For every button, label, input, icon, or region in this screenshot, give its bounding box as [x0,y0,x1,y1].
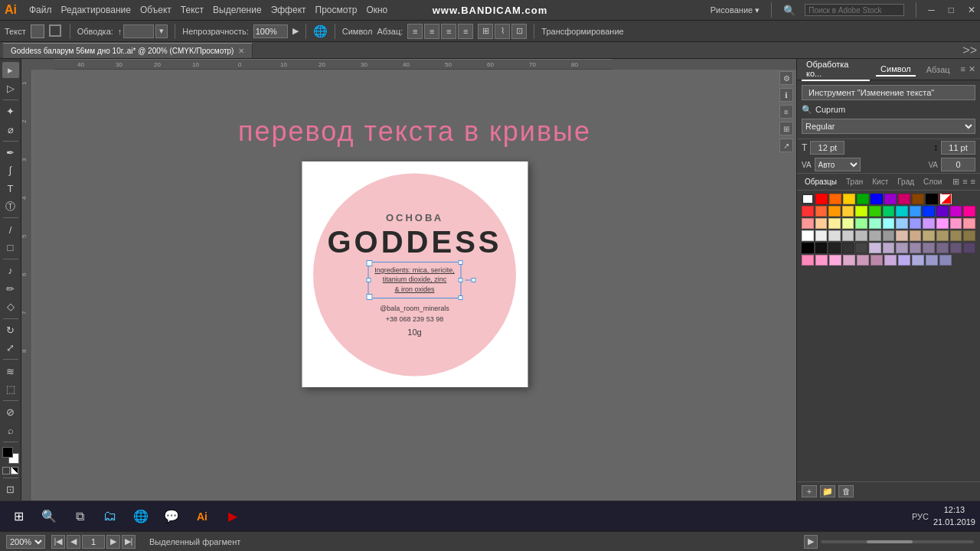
layers-icon[interactable]: ≡ [779,105,793,119]
ingredients-box[interactable]: Ingredients: mica, sericite, titanium di… [368,262,462,298]
swatch-l11[interactable] [936,218,949,229]
swatch-l12[interactable] [950,218,962,229]
swatch-pink[interactable] [898,194,910,204]
font-style-select[interactable]: Regular [802,119,975,134]
pen-tool[interactable]: ✒ [2,145,19,161]
stroke-color-btn[interactable] [49,24,63,38]
swatch-d7[interactable] [883,243,895,253]
direct-selection-tool[interactable]: ▷ [2,80,19,96]
menu-view[interactable]: Просмотр [315,5,358,15]
text-warp[interactable]: ⌇ [495,24,510,39]
swatch-b8[interactable] [896,206,908,217]
panel-tab-obrabotka[interactable]: Обработка ко... [802,58,870,81]
next-page-btn[interactable]: ▶ [106,535,120,549]
document-tab[interactable]: Goddess баларум 56мм дно 10г..ai* @ 200%… [3,43,253,58]
swatch-l5[interactable] [855,218,867,229]
panel-collapse-btn[interactable]: >> [962,44,977,57]
handle-mr[interactable] [459,278,463,282]
color-mode-color[interactable] [2,467,10,474]
taskbar-media[interactable]: ▶ [219,504,247,529]
magic-wand-tool[interactable]: ✦ [2,103,19,119]
zoom-tool[interactable]: ⌕ [2,422,19,439]
settings-icon[interactable]: ⚙ [779,71,793,85]
swatch-p2[interactable] [815,255,828,266]
swatch-p5[interactable] [857,255,869,266]
swatch-b9[interactable] [910,206,922,217]
taskbar-explorer[interactable]: 🗂 [96,504,124,529]
handle-ext-dot[interactable] [472,278,476,282]
swatch-g12[interactable] [950,230,962,241]
swatch-g1[interactable] [802,230,814,241]
stroke-input[interactable] [123,24,154,38]
info-icon[interactable]: ℹ [779,88,793,102]
swatch-g7[interactable] [883,230,895,241]
menu-effect[interactable]: Эффект [271,5,306,15]
swatch-l10[interactable] [923,218,935,229]
leading-input[interactable] [941,141,975,155]
swatch-b11[interactable] [936,206,949,217]
font-size-input[interactable] [810,141,844,155]
prev-page-btn[interactable]: ◀ [67,535,80,549]
swatch-p4[interactable] [843,255,855,266]
graph-tool[interactable]: ⬚ [2,381,19,397]
swatch-l8[interactable] [896,218,908,229]
swatch-b3[interactable] [828,206,841,217]
swatch-d3[interactable] [828,243,841,253]
samples-tab-tran[interactable]: Тран [843,177,866,187]
panel-delete-btn[interactable]: 🗑 [838,485,854,497]
align-justify[interactable]: ≡ [458,24,473,39]
handle-ml[interactable] [366,278,371,282]
menu-object[interactable]: Объект [140,5,172,15]
swatch-d5[interactable] [855,243,867,253]
swatch-b13[interactable] [963,206,975,217]
opacity-input[interactable]: 100% [253,24,288,38]
selection-tool[interactable]: ▸ [2,62,19,78]
menu-select[interactable]: Выделение [213,5,262,15]
swatch-d12[interactable] [950,243,962,253]
next-page-end-btn[interactable]: ▶| [122,535,136,549]
fill-box[interactable] [2,447,13,458]
swatch-brown[interactable] [912,194,924,204]
task-view-btn[interactable]: ⧉ [66,504,93,529]
panel-close-icon[interactable]: ✕ [969,64,975,74]
samples-list-view[interactable]: ≡ [962,177,967,187]
swatch-p11[interactable] [939,255,952,266]
swatch-g11[interactable] [936,230,949,241]
menu-file[interactable]: Файл [29,5,52,15]
swatch-g9[interactable] [910,230,922,241]
curvature-tool[interactable]: ∫ [2,162,19,178]
rotate-tool[interactable]: ↻ [2,322,19,338]
transform-label[interactable]: Трансформирование [541,27,623,36]
swatch-l13[interactable] [963,218,975,229]
status-scrollbar[interactable] [821,540,974,543]
swatch-p9[interactable] [912,255,924,266]
samples-grid-view[interactable]: ⊞ [952,177,959,187]
panel-menu-icon[interactable]: ≡ [961,64,965,74]
touch-type-tool[interactable]: Ⓣ [2,198,19,214]
envelope[interactable]: ⊡ [511,24,527,39]
samples-tab-grad[interactable]: Град [894,177,917,187]
color-mode-none[interactable] [11,467,18,474]
swatch-b5[interactable] [855,206,867,217]
swatch-l2[interactable] [815,218,828,229]
panel-new-btn[interactable]: + [802,485,817,497]
tracking-select[interactable]: Авто [815,158,861,171]
align-center[interactable]: ≡ [424,24,439,39]
swatch-d8[interactable] [896,243,908,253]
swatch-b2[interactable] [815,206,828,217]
minimize-btn[interactable]: ─ [928,5,935,15]
artboard-tool[interactable]: ⊡ [2,481,19,497]
menu-edit[interactable]: Редактирование [61,5,131,15]
swatch-p6[interactable] [871,255,883,266]
samples-tab-obrazcy[interactable]: Образцы [802,177,840,187]
swatch-l4[interactable] [842,218,854,229]
align-right[interactable]: ≡ [441,24,456,39]
shaper-tool[interactable]: ◇ [2,298,19,315]
panel-folder-btn[interactable]: 📁 [820,485,835,497]
arrange-icon[interactable]: ⊞ [779,122,793,135]
warp-tool[interactable]: ≋ [2,363,19,379]
simvol-label[interactable]: Символ [342,27,373,36]
start-btn[interactable]: ⊞ [5,504,32,529]
swatch-p1[interactable] [802,255,814,266]
samples-tab-sloi[interactable]: Слои [920,177,945,187]
